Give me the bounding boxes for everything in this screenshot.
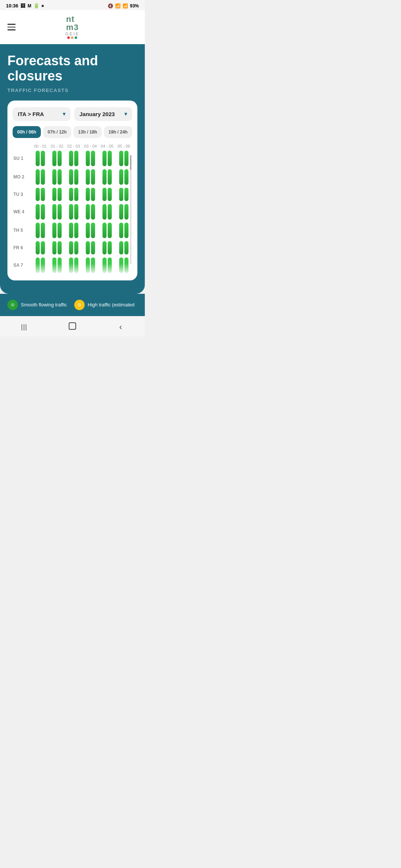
- cell-mo2-0: [32, 168, 49, 185]
- row-label-we4: WE 4: [13, 209, 32, 214]
- traffic-grid: 00 - 01 01 - 02 02 - 03 03 - 04 04 - 05 …: [13, 144, 132, 275]
- cell-th5-4: [99, 222, 115, 239]
- cell-sa7-0: [32, 257, 49, 274]
- direction-label: ITA > FRA: [18, 111, 44, 117]
- legend-icon-yellow: [74, 300, 85, 310]
- cell-mo2-2: [65, 168, 82, 185]
- cell-fr6-3: [82, 240, 99, 255]
- page-title: Forecasts and closures: [7, 53, 137, 84]
- month-label: January 2023: [79, 111, 115, 117]
- battery-status-icon: 🔋: [33, 3, 39, 9]
- row-label-sa7: SA 7: [13, 263, 32, 268]
- row-label-mo2: MO 2: [13, 174, 32, 180]
- direction-chevron: ▾: [63, 111, 65, 117]
- bottom-nav: ||| ‹: [0, 316, 145, 336]
- month-dropdown[interactable]: January 2023 ▾: [74, 107, 132, 121]
- row-label-fr6: FR 6: [13, 245, 32, 250]
- cell-tu3-0: [32, 187, 49, 202]
- cell-th5-3: [82, 222, 99, 239]
- svg-rect-2: [69, 323, 76, 329]
- time-tab-1[interactable]: 07h / 12h: [43, 126, 71, 138]
- cell-th5-0: [32, 222, 49, 239]
- cell-su1-3: [82, 150, 99, 167]
- table-row: SU 1: [13, 150, 132, 167]
- cell-fr6-2: [65, 240, 82, 255]
- header: nt m3 GEIE: [0, 10, 145, 44]
- cell-mo2-3: [82, 168, 99, 185]
- gallery-icon: 🖼: [20, 3, 25, 9]
- cell-th5-2: [65, 222, 82, 239]
- status-right: 🔇 📶 📶 93%: [108, 3, 139, 9]
- table-row: WE 4: [13, 203, 132, 220]
- svg-point-1: [78, 303, 81, 307]
- col-header-2: 02 - 03: [65, 144, 82, 148]
- recent-apps-button[interactable]: |||: [17, 323, 32, 331]
- back-button[interactable]: ‹: [113, 322, 128, 332]
- cell-we4-0: [32, 203, 49, 220]
- table-row: MO 2: [13, 168, 132, 185]
- row-label-spacer: [13, 144, 32, 148]
- status-bar: 10:36 🖼 M 🔋 🔇 📶 📶 93%: [0, 0, 145, 10]
- main-background: Forecasts and closures TRAFFIC FORECASTS…: [0, 44, 145, 294]
- col-header-4: 04 - 05: [99, 144, 115, 148]
- row-label-su1: SU 1: [13, 156, 32, 161]
- cell-tu3-2: [65, 187, 82, 202]
- logo-dot-orange: [71, 36, 74, 39]
- logo-dot-red: [67, 36, 70, 39]
- menu-button[interactable]: [7, 24, 16, 30]
- row-label-th5: TH 5: [13, 228, 32, 233]
- table-row: FR 6: [13, 240, 132, 255]
- status-left: 10:36 🖼 M 🔋: [6, 3, 44, 9]
- time-tab-2[interactable]: 13h / 18h: [74, 126, 102, 138]
- time-tabs: 00h / 06h 07h / 12h 13h / 18h 19h / 24h: [13, 126, 132, 138]
- logo-dot-teal: [75, 36, 77, 39]
- cell-we4-3: [82, 203, 99, 220]
- legend-label-green: Smooth flowing traffic: [21, 302, 67, 308]
- dot-indicator: [42, 5, 44, 7]
- logo-geie: GEIE: [65, 32, 79, 36]
- legend-item-yellow: High traffic (estimated: [74, 300, 134, 310]
- col-header-5: 05 - 06: [115, 144, 132, 148]
- time-tab-3[interactable]: 19h / 24h: [104, 126, 132, 138]
- cell-sa7-3: [82, 257, 99, 274]
- mail-icon: M: [27, 3, 31, 9]
- time-tab-0[interactable]: 00h / 06h: [13, 126, 41, 138]
- logo-dots: [67, 36, 77, 39]
- cell-mo2-4: [99, 168, 115, 185]
- svg-point-0: [11, 303, 14, 307]
- table-row: TH 5: [13, 222, 132, 239]
- battery-percent: 93%: [130, 3, 139, 9]
- cell-fr6-4: [99, 240, 115, 255]
- legend-label-yellow: High traffic (estimated: [88, 302, 134, 308]
- table-row: SA 7: [13, 257, 132, 274]
- section-label: TRAFFIC FORECASTS: [7, 88, 137, 93]
- cell-tu3-4: [99, 187, 115, 202]
- row-label-tu3: TU 3: [13, 192, 32, 197]
- legend-icon-green: [7, 300, 18, 310]
- legend: Smooth flowing traffic High traffic (est…: [0, 294, 145, 316]
- cell-mo2-1: [49, 168, 65, 185]
- hamburger-line-2: [7, 27, 16, 28]
- home-button[interactable]: [65, 322, 80, 333]
- cell-we4-1: [49, 203, 65, 220]
- col-header-0: 00 - 01: [32, 144, 49, 148]
- logo: nt m3 GEIE: [65, 15, 79, 39]
- hamburger-line-1: [7, 24, 16, 25]
- cell-sa7-1: [49, 257, 65, 274]
- time: 10:36: [6, 3, 18, 9]
- wifi-icon: 📶: [115, 3, 121, 9]
- cell-tu3-1: [49, 187, 65, 202]
- legend-item-green: Smooth flowing traffic: [7, 300, 67, 310]
- cell-sa7-4: [99, 257, 115, 274]
- cell-fr6-1: [49, 240, 65, 255]
- table-row: TU 3: [13, 187, 132, 202]
- cell-su1-2: [65, 150, 82, 167]
- cell-we4-2: [65, 203, 82, 220]
- grid-headers: 00 - 01 01 - 02 02 - 03 03 - 04 04 - 05 …: [13, 144, 132, 148]
- direction-dropdown[interactable]: ITA > FRA ▾: [13, 107, 71, 121]
- cell-th5-1: [49, 222, 65, 239]
- col-header-1: 01 - 02: [49, 144, 65, 148]
- mute-icon: 🔇: [108, 3, 113, 9]
- dropdowns-row: ITA > FRA ▾ January 2023 ▾: [13, 107, 132, 121]
- scroll-track[interactable]: [130, 155, 131, 264]
